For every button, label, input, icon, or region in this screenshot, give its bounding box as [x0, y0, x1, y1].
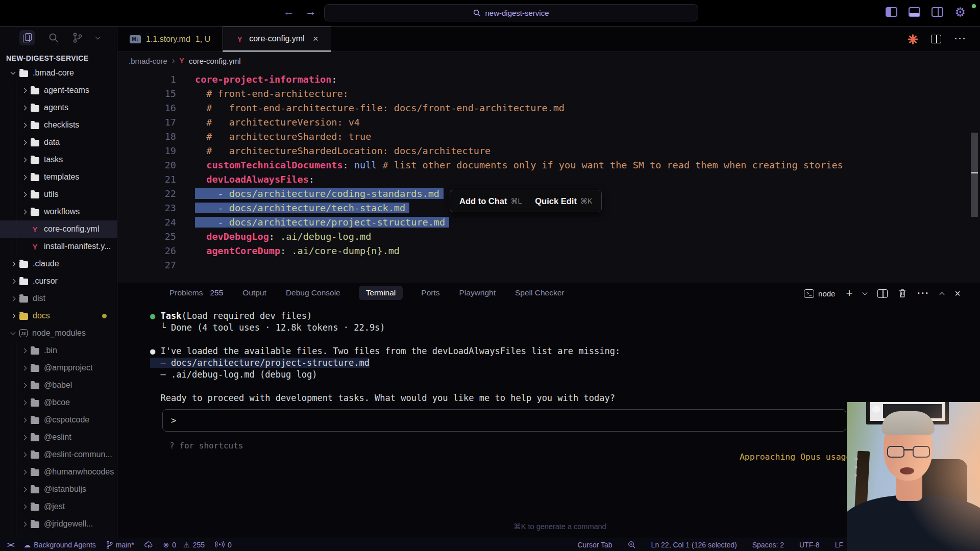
chevron-right-icon[interactable] — [22, 400, 27, 405]
terminal-session-node[interactable]: >_ node — [804, 289, 835, 298]
search-icon[interactable] — [48, 32, 59, 43]
code-line-21[interactable]: 21 devLoadAlwaysFiles: — [117, 172, 980, 187]
tree-item-checklists[interactable]: checklists — [0, 116, 117, 134]
cursor-tab-toggle[interactable]: Cursor Tab — [577, 541, 612, 549]
tab-1-1-story-md[interactable]: M↓ 1.1.story.md 1, U — [117, 27, 223, 52]
tree-item-docs[interactable]: docs — [0, 307, 117, 324]
encoding-setting[interactable]: UTF-8 — [799, 541, 820, 549]
code-line-27[interactable]: 27 — [117, 258, 980, 272]
more-actions-icon[interactable]: ··· — [954, 34, 967, 44]
indentation-setting[interactable]: Spaces: 2 — [752, 541, 784, 549]
chevron-right-icon[interactable] — [22, 469, 27, 474]
project-title[interactable]: NEW-DIGEST-SERVICE — [0, 49, 117, 64]
panel-tab-problems[interactable]: Problems255 — [168, 286, 224, 300]
chevron-right-icon[interactable] — [22, 521, 27, 527]
source-control-icon[interactable] — [72, 32, 83, 43]
chevron-right-icon[interactable] — [11, 313, 16, 318]
terminal-dropdown-icon[interactable] — [863, 290, 868, 295]
chevron-right-icon[interactable] — [22, 504, 27, 509]
agent-input-box[interactable]: > — [162, 409, 846, 432]
chevron-right-icon[interactable] — [22, 383, 27, 388]
forward-arrow-icon[interactable]: → — [305, 5, 316, 18]
tree-item--cursor[interactable]: .cursor — [0, 272, 117, 290]
tree-item--cspotcode[interactable]: @cspotcode — [0, 411, 117, 429]
tree-item--bin[interactable]: .bin — [0, 342, 117, 359]
tree-item--bmad-core[interactable]: .bmad-core — [0, 64, 117, 82]
code-line-20[interactable]: 20 customTechnicalDocuments: null # list… — [117, 158, 980, 172]
tree-item--babel[interactable]: @babel — [0, 377, 117, 394]
chevron-right-icon[interactable] — [22, 174, 27, 180]
chevron-right-icon[interactable] — [22, 122, 27, 128]
panel-tab-output[interactable]: Output — [241, 286, 267, 300]
explorer-icon[interactable] — [19, 30, 35, 45]
chevron-right-icon[interactable] — [22, 105, 27, 110]
panel-tab-debug-console[interactable]: Debug Console — [285, 286, 341, 300]
editor-scrollbar[interactable] — [971, 133, 978, 217]
panel-tab-playwright[interactable]: Playwright — [458, 286, 497, 300]
tree-item--claude[interactable]: .claude — [0, 255, 117, 272]
tree-item-utils[interactable]: utils — [0, 186, 117, 203]
tree-item-data[interactable]: data — [0, 134, 117, 151]
chevron-right-icon[interactable] — [11, 279, 16, 284]
split-editor-icon[interactable] — [931, 35, 941, 43]
chevron-right-icon[interactable] — [11, 296, 16, 301]
tree-item-agent-teams[interactable]: agent-teams — [0, 82, 117, 99]
chevron-right-icon[interactable] — [22, 487, 27, 492]
chevron-right-icon[interactable] — [22, 88, 27, 93]
settings-gear-icon[interactable]: ⚙ — [954, 7, 966, 17]
chevron-down-icon[interactable] — [11, 70, 16, 75]
toggle-secondary-sidebar-icon[interactable] — [932, 7, 943, 17]
broadcast-status[interactable]: 0 — [215, 541, 232, 549]
tree-item--eslint-commun-[interactable]: @eslint-commun... — [0, 446, 117, 463]
zoom-in-icon[interactable] — [628, 541, 636, 549]
breadcrumb-file[interactable]: core-config.yml — [189, 57, 241, 65]
code-line-24[interactable]: 24 - docs/architecture/project-structure… — [117, 215, 980, 230]
terminal-output[interactable]: ● Task(Load required dev files) └ Done (… — [117, 303, 980, 404]
kill-terminal-icon[interactable] — [898, 289, 906, 298]
chevron-right-icon[interactable] — [11, 261, 16, 266]
panel-tab-terminal[interactable]: Terminal — [359, 286, 403, 300]
code-line-26[interactable]: 26 agentCoreDump: .ai/core-dump{n}.md — [117, 244, 980, 258]
chevron-right-icon[interactable] — [22, 365, 27, 370]
tree-item-tasks[interactable]: tasks — [0, 151, 117, 168]
close-tab-icon[interactable]: × — [313, 33, 318, 44]
code-line-25[interactable]: 25 devDebugLog: .ai/debug-log.md — [117, 230, 980, 244]
cursor-position[interactable]: Ln 22, Col 1 (126 selected) — [651, 541, 737, 549]
background-agents-button[interactable]: ☁ Background Agents — [23, 541, 95, 549]
chevron-right-icon[interactable] — [22, 435, 27, 440]
tree-item-core-config-yml[interactable]: Ycore-config.yml — [0, 220, 117, 238]
tree-item-agents[interactable]: agents — [0, 99, 117, 116]
command-center-search[interactable]: new-digest-service — [324, 4, 698, 21]
breadcrumb[interactable]: .bmad-core › Y core-config.yml — [117, 52, 980, 69]
code-line-15[interactable]: 15 # front-end-architecture: — [117, 87, 980, 101]
tree-item-templates[interactable]: templates — [0, 168, 117, 186]
sync-button[interactable] — [144, 541, 153, 548]
chevron-right-icon[interactable] — [22, 452, 27, 457]
cursor-ai-icon[interactable] — [908, 34, 918, 44]
toggle-primary-sidebar-icon[interactable] — [886, 7, 897, 17]
tree-item--bcoe[interactable]: @bcoe — [0, 394, 117, 411]
chevron-right-icon[interactable] — [22, 157, 27, 162]
chevron-right-icon[interactable] — [22, 348, 27, 353]
code-line-18[interactable]: 18 # architectureSharded: true — [117, 130, 980, 144]
tree-item--jest[interactable]: @jest — [0, 498, 117, 515]
chevron-right-icon[interactable] — [22, 140, 27, 145]
quick-edit-button[interactable]: Quick Edit ⌘K — [535, 196, 592, 206]
toggle-panel-icon[interactable] — [909, 7, 920, 17]
chevron-right-icon[interactable] — [22, 417, 27, 422]
tree-item-install-manifest-y-[interactable]: Yinstall-manifest.y... — [0, 238, 117, 255]
tree-item-workflows[interactable]: workflows — [0, 203, 117, 220]
chevron-right-icon[interactable] — [22, 192, 27, 197]
code-line-19[interactable]: 19 # architectureShardedLocation: docs/a… — [117, 144, 980, 158]
breadcrumb-folder[interactable]: .bmad-core — [129, 57, 167, 65]
tree-item--humanwhocodes[interactable]: @humanwhocodes — [0, 463, 117, 481]
git-branch-button[interactable]: main* — [106, 541, 134, 549]
panel-tab-ports[interactable]: Ports — [420, 286, 440, 300]
tree-item-dist[interactable]: dist — [0, 290, 117, 307]
maximize-panel-icon[interactable] — [940, 292, 945, 297]
panel-tab-spell-checker[interactable]: Spell Checker — [514, 286, 566, 300]
problems-errors[interactable]: ⊗ 0 ⚠ 255 — [163, 541, 205, 549]
tree-item--istanbuljs[interactable]: @istanbuljs — [0, 481, 117, 498]
split-terminal-icon[interactable] — [877, 289, 888, 298]
code-line-1[interactable]: 1core-project-information: — [117, 72, 980, 87]
